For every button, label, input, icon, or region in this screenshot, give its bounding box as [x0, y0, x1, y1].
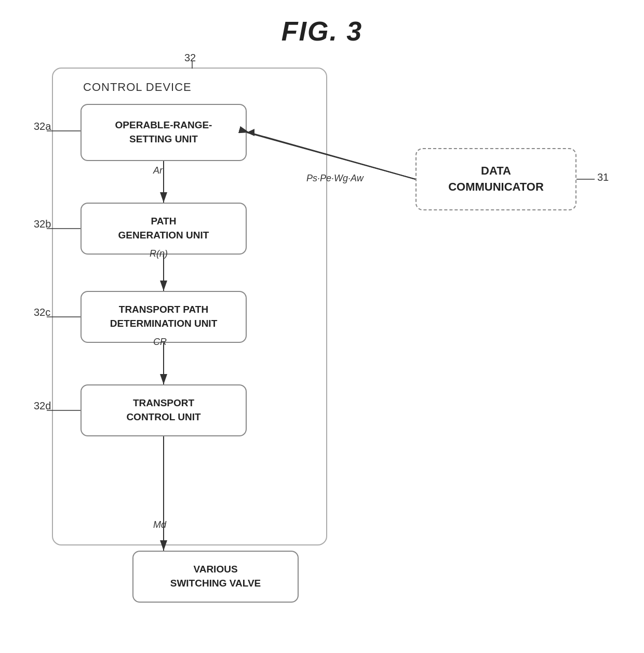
ref-32d: 32d [34, 400, 51, 412]
ref-32: 32 [184, 52, 196, 64]
unit-path-generation: PATHGENERATION UNIT [81, 203, 247, 255]
ref-32b: 32b [34, 218, 51, 230]
unit-switching-valve: VARIOUSSWITCHING VALVE [132, 551, 299, 603]
figure-title: FIG. 3 [281, 16, 363, 47]
unit-transport-path: TRANSPORT PATHDETERMINATION UNIT [81, 291, 247, 343]
unit-data-communicator: DATACOMMUNICATOR [415, 148, 576, 210]
unit-transport-control: TRANSPORTCONTROL UNIT [81, 384, 247, 436]
arrow-label-rn: R(n) [150, 248, 168, 259]
control-device-label: CONTROL DEVICE [83, 81, 192, 94]
arrow-label-ps: Ps·Pe·Wg·Aw [306, 173, 364, 184]
ref-32a: 32a [34, 121, 51, 132]
unit-operable-range: OPERABLE-RANGE-SETTING UNIT [81, 104, 247, 161]
ref-31: 31 [597, 171, 609, 183]
arrow-label-md: Md [153, 519, 166, 530]
arrow-label-ar: Ar [153, 165, 163, 176]
arrow-label-cr: CR [153, 337, 167, 348]
ref-32c: 32c [34, 306, 50, 318]
diagram-container: FIG. 3 32 CONTROL DEVICE OPERABLE-RANGE-… [0, 0, 644, 653]
